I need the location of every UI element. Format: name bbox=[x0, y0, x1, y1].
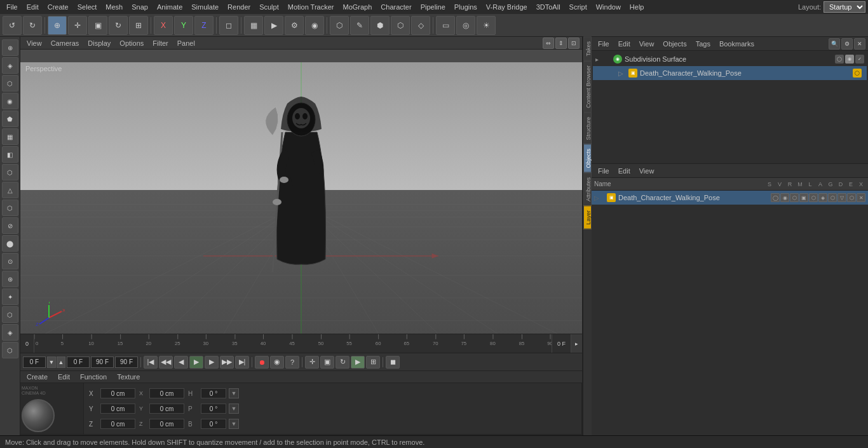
coord-b-val[interactable] bbox=[201, 419, 226, 429]
left-tool-1[interactable]: ⊕ bbox=[2, 39, 18, 56]
mat-menu-function[interactable]: Function bbox=[76, 372, 111, 381]
prev-key-btn[interactable]: ◀◀ bbox=[159, 356, 173, 369]
obj-btn-green-check[interactable]: ✓ bbox=[855, 55, 864, 64]
timeline-expand-btn[interactable]: ▸ bbox=[571, 334, 582, 353]
render-viewport[interactable]: ▶ bbox=[264, 16, 283, 35]
attr-btn-10[interactable]: ✕ bbox=[857, 193, 865, 202]
obj-expand-icon[interactable]: ▸ bbox=[595, 56, 603, 63]
vp-menu-cameras[interactable]: Cameras bbox=[47, 39, 83, 48]
menu-render[interactable]: Render bbox=[224, 2, 254, 12]
obj-tool-close[interactable]: ✕ bbox=[854, 38, 865, 50]
menu-snap[interactable]: Snap bbox=[128, 2, 152, 12]
transport-frame-minus[interactable]: ▼ bbox=[47, 356, 56, 368]
floor-tool[interactable]: ▭ bbox=[436, 16, 455, 35]
render-btn[interactable]: ◉ bbox=[305, 16, 324, 35]
left-tool-8[interactable]: ⬡ bbox=[2, 164, 18, 180]
record-btn[interactable]: ⏺ bbox=[255, 356, 269, 369]
menu-help[interactable]: Help bbox=[626, 2, 648, 12]
deformer-tool[interactable]: ◇ bbox=[411, 16, 430, 35]
attr-btn-1[interactable]: ◯ bbox=[771, 193, 780, 202]
coord-z-rot[interactable] bbox=[149, 419, 184, 429]
render-region[interactable]: ▦ bbox=[244, 16, 263, 35]
coord-x-rot[interactable] bbox=[149, 388, 184, 398]
viewport-canvas[interactable]: Perspective Grid Spacing : 100 cm bbox=[20, 62, 582, 334]
camera-tool[interactable]: ◎ bbox=[456, 16, 475, 35]
play-btn[interactable]: ▶ bbox=[189, 356, 203, 369]
mat-menu-texture[interactable]: Texture bbox=[113, 372, 144, 381]
tab-content-browser[interactable]: Content Browser bbox=[583, 61, 592, 112]
transport-end-input2[interactable] bbox=[115, 356, 138, 368]
attr-menu-edit[interactable]: Edit bbox=[614, 166, 634, 175]
attr-menu-file[interactable]: File bbox=[594, 166, 613, 175]
left-tool-18[interactable]: ⬡ bbox=[2, 342, 18, 358]
key-playback-btn[interactable]: ▶ bbox=[351, 356, 365, 369]
obj-menu-objects[interactable]: Objects bbox=[659, 39, 690, 48]
key-grid-btn[interactable]: ⊞ bbox=[366, 356, 380, 369]
obj-btn-hide[interactable]: ◯ bbox=[835, 55, 844, 64]
vp-ctrl-3[interactable]: ⊡ bbox=[568, 37, 580, 49]
attr-btn-3[interactable]: ⬡ bbox=[790, 193, 799, 202]
left-tool-5[interactable]: ⬟ bbox=[2, 111, 18, 127]
viewport[interactable]: View Cameras Display Options Filter Pane… bbox=[20, 37, 582, 334]
left-tool-7[interactable]: ◧ bbox=[2, 146, 18, 163]
next-key-btn[interactable]: ▶▶ bbox=[220, 356, 234, 369]
left-tool-15[interactable]: ✦ bbox=[2, 288, 18, 305]
attr-btn-7[interactable]: ⬡ bbox=[828, 193, 837, 202]
menu-plugins[interactable]: Plugins bbox=[451, 2, 481, 12]
vp-menu-view[interactable]: View bbox=[23, 39, 46, 48]
transport-end-input1[interactable] bbox=[91, 356, 114, 368]
scale-tool[interactable]: ▣ bbox=[88, 16, 107, 35]
menu-motion-tracker[interactable]: Motion Tracker bbox=[284, 2, 338, 12]
undo-button[interactable]: ↺ bbox=[3, 16, 22, 35]
attr-menu-view[interactable]: View bbox=[635, 166, 658, 175]
coord-h-val[interactable] bbox=[201, 388, 226, 398]
tab-objects[interactable]: Objects bbox=[583, 144, 592, 173]
menu-select[interactable]: Select bbox=[74, 2, 101, 12]
attr-expand[interactable]: ▷ bbox=[594, 194, 607, 201]
coord-z-pos[interactable] bbox=[100, 419, 135, 429]
left-tool-12[interactable]: ⬤ bbox=[2, 235, 18, 252]
obj-expand-child[interactable]: ▷ bbox=[618, 70, 626, 77]
tab-layer[interactable]: Layer bbox=[583, 206, 592, 229]
left-tool-3[interactable]: ⬡ bbox=[2, 75, 18, 92]
menu-sculpt[interactable]: Sculpt bbox=[255, 2, 283, 12]
mograph-tool[interactable]: ⬡ bbox=[391, 16, 410, 35]
obj-menu-tags[interactable]: Tags bbox=[692, 39, 714, 48]
attr-btn-6[interactable]: ◈ bbox=[818, 193, 827, 202]
render-settings[interactable]: ⚙ bbox=[285, 16, 304, 35]
move-tool[interactable]: ✛ bbox=[68, 16, 87, 35]
menu-3dtoall[interactable]: 3DToAll bbox=[532, 2, 564, 12]
menu-file[interactable]: File bbox=[3, 2, 22, 12]
tab-attributes[interactable]: Attributes bbox=[583, 173, 592, 206]
left-tool-10[interactable]: ⬡ bbox=[2, 200, 18, 216]
menu-script[interactable]: Script bbox=[566, 2, 591, 12]
left-tool-4[interactable]: ◉ bbox=[2, 93, 18, 109]
menu-pipeline[interactable]: Pipeline bbox=[417, 2, 449, 12]
z-axis-btn[interactable]: Z bbox=[194, 16, 214, 35]
obj-menu-file[interactable]: File bbox=[594, 39, 613, 48]
vp-menu-panel[interactable]: Panel bbox=[173, 39, 199, 48]
nurbs-tool[interactable]: ⬢ bbox=[370, 16, 390, 35]
obj-menu-edit[interactable]: Edit bbox=[614, 39, 634, 48]
menu-mesh[interactable]: Mesh bbox=[102, 2, 126, 12]
render-transport-btn[interactable]: ◼ bbox=[386, 356, 400, 369]
mat-menu-create[interactable]: Create bbox=[23, 372, 51, 381]
obj-tool-settings[interactable]: ⚙ bbox=[841, 38, 853, 50]
left-tool-2[interactable]: ◈ bbox=[2, 57, 18, 74]
object-mode[interactable]: ◻ bbox=[219, 16, 238, 35]
obj-death-character[interactable]: ▷ ▣ Death_Character_Walking_Pose ◯ bbox=[593, 66, 867, 80]
mat-menu-edit[interactable]: Edit bbox=[54, 372, 74, 381]
vp-ctrl-2[interactable]: ⇕ bbox=[555, 37, 567, 49]
coord-y-pos[interactable] bbox=[100, 404, 135, 414]
menu-edit[interactable]: Edit bbox=[23, 2, 43, 12]
left-tool-14[interactable]: ⊛ bbox=[2, 271, 18, 287]
vp-menu-options[interactable]: Options bbox=[116, 39, 147, 48]
menu-window[interactable]: Window bbox=[592, 2, 625, 12]
transform-tool[interactable]: ⊞ bbox=[129, 16, 148, 35]
obj-subdivision-surface[interactable]: ▸ ◉ Subdivision Surface ◯ ◉ ✓ bbox=[593, 52, 867, 66]
tab-takes[interactable]: Takes bbox=[583, 37, 592, 61]
next-frame-btn[interactable]: ▶ bbox=[205, 356, 219, 369]
obj-menu-bookmarks[interactable]: Bookmarks bbox=[715, 39, 758, 48]
menu-mograph[interactable]: MoGraph bbox=[339, 2, 376, 12]
key-info-btn[interactable]: ? bbox=[285, 356, 299, 369]
